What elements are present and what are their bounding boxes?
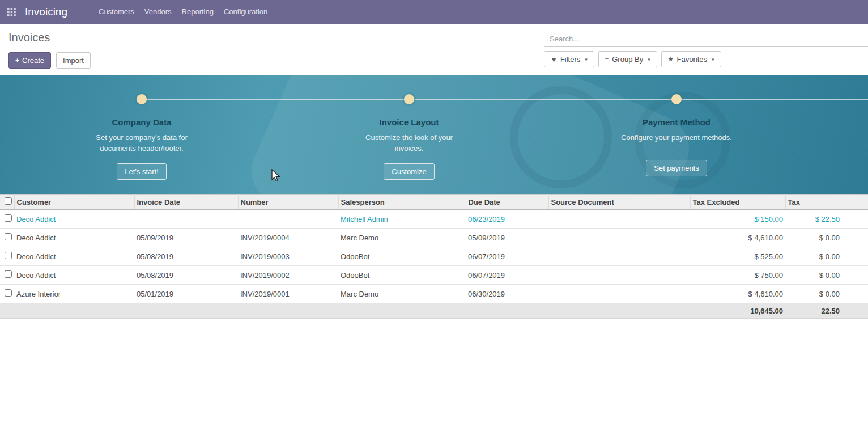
customer-cell: Azure Interior <box>14 285 134 303</box>
group-by-button[interactable]: ≡ Group By ▾ <box>598 51 657 67</box>
step-description: Customize the look of your invoices. <box>360 132 459 154</box>
source-document-cell <box>548 247 690 266</box>
tax-cell: $ 0.00 <box>785 266 868 285</box>
total-tax-excluded: 10,645.00 <box>690 303 785 319</box>
column-header-tax[interactable]: Tax <box>785 195 868 210</box>
star-icon: ★ <box>668 56 674 63</box>
salesperson-cell: Marc Demo <box>338 229 466 247</box>
step-title: Company Data <box>8 117 275 127</box>
tax-excluded-cell: $ 150.00 <box>690 210 785 229</box>
row-checkbox[interactable] <box>5 270 12 278</box>
step-title: Payment Method <box>543 117 810 127</box>
salesperson-cell: Marc Demo <box>338 285 466 303</box>
step-dot-icon <box>404 94 414 104</box>
filter-icon: ▼ <box>550 56 558 63</box>
customer-cell: Deco Addict <box>14 247 134 266</box>
create-button-label: Create <box>22 56 44 65</box>
group-by-icon: ≡ <box>605 56 609 63</box>
plus-icon: + <box>15 57 19 65</box>
number-cell: INV/2019/0002 <box>238 266 338 285</box>
column-header-number[interactable]: Number <box>238 195 338 210</box>
create-button[interactable]: + Create <box>8 52 51 69</box>
invoice-list-table: Customer Invoice Date Number Salesperson… <box>0 194 868 319</box>
favorites-button[interactable]: ★ Favorites ▾ <box>661 51 721 67</box>
due-date-cell: 05/09/2019 <box>466 229 548 247</box>
tax-cell: $ 0.00 <box>785 285 868 303</box>
total-tax: 22.50 <box>785 303 868 319</box>
onboarding-step-invoice-layout: Invoice Layout Customize the look of you… <box>275 75 543 194</box>
column-header-tax-excluded[interactable]: Tax Excluded <box>690 195 785 210</box>
column-header-salesperson[interactable]: Salesperson <box>338 195 466 210</box>
step-dot-icon <box>137 94 147 104</box>
favorites-button-label: Favorites <box>677 55 707 64</box>
caret-down-icon: ▾ <box>648 57 650 62</box>
caret-down-icon: ▾ <box>585 57 588 62</box>
control-panel: Invoices + Create Import ▼ Filters ▾ ≡ G… <box>0 24 868 75</box>
row-checkbox[interactable] <box>5 233 12 240</box>
salesperson-cell: OdooBot <box>338 247 466 266</box>
due-date-cell: 06/07/2019 <box>466 247 548 266</box>
row-checkbox[interactable] <box>5 214 12 222</box>
column-header-source-document[interactable]: Source Document <box>548 195 690 210</box>
due-date-cell: 06/23/2019 <box>466 210 548 229</box>
top-navbar: Invoicing Customers Vendors Reporting Co… <box>0 0 868 24</box>
step-description: Set your company's data for documents he… <box>82 132 201 154</box>
table-row[interactable]: Deco Addict Mitchell Admin 06/23/2019 $ … <box>0 210 868 229</box>
menu-customers[interactable]: Customers <box>93 0 139 24</box>
table-totals-row: 10,645.00 22.50 <box>0 303 868 319</box>
tax-excluded-cell: $ 4,610.00 <box>690 285 785 303</box>
row-checkbox[interactable] <box>5 289 12 297</box>
app-title[interactable]: Invoicing <box>25 6 67 18</box>
search-input[interactable] <box>544 31 868 47</box>
menu-reporting[interactable]: Reporting <box>177 0 219 24</box>
customer-cell: Deco Addict <box>14 229 134 247</box>
invoice-date-cell: 05/08/2019 <box>134 247 238 266</box>
tax-cell: $ 0.00 <box>785 247 868 266</box>
invoice-date-cell: 05/09/2019 <box>134 229 238 247</box>
salesperson-link[interactable]: Mitchell Admin <box>341 215 388 223</box>
totals-spacer <box>0 303 690 319</box>
step-dot-icon <box>671 94 682 104</box>
invoice-date-cell: 05/08/2019 <box>134 266 238 285</box>
column-header-due-date[interactable]: Due Date <box>466 195 548 210</box>
customize-button[interactable]: Customize <box>384 163 434 180</box>
number-cell: INV/2019/0004 <box>238 229 338 247</box>
step-title: Invoice Layout <box>275 117 543 127</box>
menu-vendors[interactable]: Vendors <box>139 0 177 24</box>
table-row[interactable]: Deco Addict 05/09/2019 INV/2019/0004 Mar… <box>0 229 868 247</box>
import-button[interactable]: Import <box>56 52 91 69</box>
onboarding-step-company-data: Company Data Set your company's data for… <box>8 75 275 194</box>
onboarding-banner: Company Data Set your company's data for… <box>0 75 868 194</box>
lets-start-button[interactable]: Let's start! <box>117 163 167 180</box>
row-checkbox[interactable] <box>5 252 12 259</box>
number-cell: INV/2019/0003 <box>238 247 338 266</box>
column-header-invoice-date[interactable]: Invoice Date <box>134 195 238 210</box>
source-document-cell <box>548 266 690 285</box>
column-header-customer[interactable]: Customer <box>14 195 134 210</box>
table-row[interactable]: Deco Addict 05/08/2019 INV/2019/0003 Odo… <box>0 247 868 266</box>
source-document-cell <box>548 210 690 229</box>
tax-cell: $ 22.50 <box>785 210 868 229</box>
tax-excluded-cell: $ 4,610.00 <box>690 229 785 247</box>
table-row[interactable]: Deco Addict 05/08/2019 INV/2019/0002 Odo… <box>0 266 868 285</box>
tax-cell: $ 0.00 <box>785 229 868 247</box>
salesperson-cell: OdooBot <box>338 266 466 285</box>
import-button-label: Import <box>63 56 84 65</box>
page-title: Invoices <box>8 31 91 44</box>
tax-excluded-cell: $ 525.00 <box>690 247 785 266</box>
set-payments-button[interactable]: Set payments <box>646 160 707 176</box>
menu-configuration[interactable]: Configuration <box>219 0 273 24</box>
tax-excluded-cell: $ 750.00 <box>690 266 785 285</box>
customer-link[interactable]: Deco Addict <box>16 215 56 223</box>
apps-grid-icon[interactable] <box>7 8 16 16</box>
table-row[interactable]: Azure Interior 05/01/2019 INV/2019/0001 … <box>0 285 868 303</box>
filters-button[interactable]: ▼ Filters ▾ <box>544 51 594 67</box>
filters-button-label: Filters <box>560 55 580 64</box>
onboarding-step-payment-method: Payment Method Configure your payment me… <box>543 75 810 194</box>
due-date-cell: 06/30/2019 <box>466 285 548 303</box>
select-all-checkbox-cell <box>0 195 14 210</box>
customer-cell: Deco Addict <box>14 266 134 285</box>
group-by-button-label: Group By <box>612 55 643 64</box>
select-all-checkbox[interactable] <box>5 197 12 205</box>
number-cell: INV/2019/0001 <box>238 285 338 303</box>
